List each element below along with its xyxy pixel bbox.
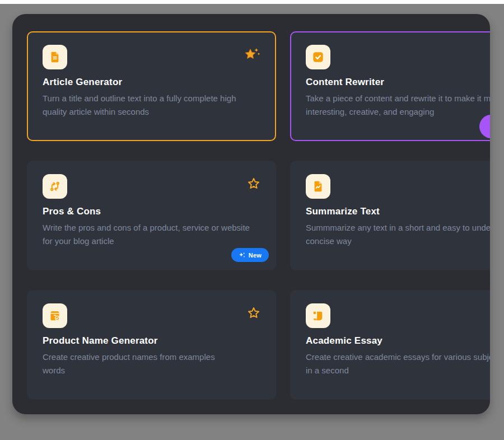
- document-chart-icon: [306, 174, 330, 199]
- tool-card-summarize-text[interactable]: Summarize Text Summmarize any text in a …: [290, 161, 490, 270]
- card-description: Take a piece of content and rewrite it t…: [306, 92, 490, 119]
- card-description: Turn a title and outline text into a ful…: [43, 92, 260, 119]
- card-title: Content Rewriter: [306, 77, 490, 88]
- tool-card-academic-essay[interactable]: Academic Essay Create creative academic …: [290, 290, 490, 400]
- sparkle-icon: [239, 252, 245, 259]
- tools-panel: Article Generator Turn a title and outli…: [12, 14, 490, 414]
- tool-card-article-generator[interactable]: Article Generator Turn a title and outli…: [27, 31, 276, 141]
- card-title: Pros & Cons: [43, 206, 260, 217]
- document-icon: [43, 45, 67, 69]
- tool-card-content-rewriter[interactable]: Content Rewriter Take a piece of content…: [290, 31, 490, 141]
- card-title: Summarize Text: [306, 206, 490, 217]
- card-title: Product Name Generator: [43, 335, 260, 347]
- card-description: Create creative product names from examp…: [43, 350, 236, 377]
- checkbox-icon: [306, 45, 330, 69]
- card-title: Academic Essay: [306, 335, 490, 347]
- swap-arrows-icon: [43, 174, 67, 199]
- scroll-icon: [306, 303, 330, 328]
- card-description: Summmarize any text in a short and easy …: [306, 221, 490, 248]
- new-badge-label: New: [249, 252, 262, 259]
- tool-card-product-name-generator[interactable]: Product Name Generator Create creative p…: [27, 290, 276, 400]
- new-badge: New: [231, 248, 269, 262]
- tools-grid: Article Generator Turn a title and outli…: [27, 31, 490, 400]
- package-check-icon: [43, 303, 67, 328]
- favorite-star-filled-icon[interactable]: [244, 48, 260, 63]
- card-title: Article Generator: [43, 77, 260, 88]
- card-description: Create creative academic essays for vari…: [306, 350, 490, 377]
- top-strip: [0, 0, 504, 4]
- favorite-star-outline-icon[interactable]: [247, 306, 260, 320]
- card-description: Write the pros and cons of a product, se…: [43, 221, 260, 248]
- favorite-star-outline-icon[interactable]: [247, 177, 260, 190]
- tool-card-pros-and-cons[interactable]: Pros & Cons Write the pros and cons of a…: [27, 161, 276, 270]
